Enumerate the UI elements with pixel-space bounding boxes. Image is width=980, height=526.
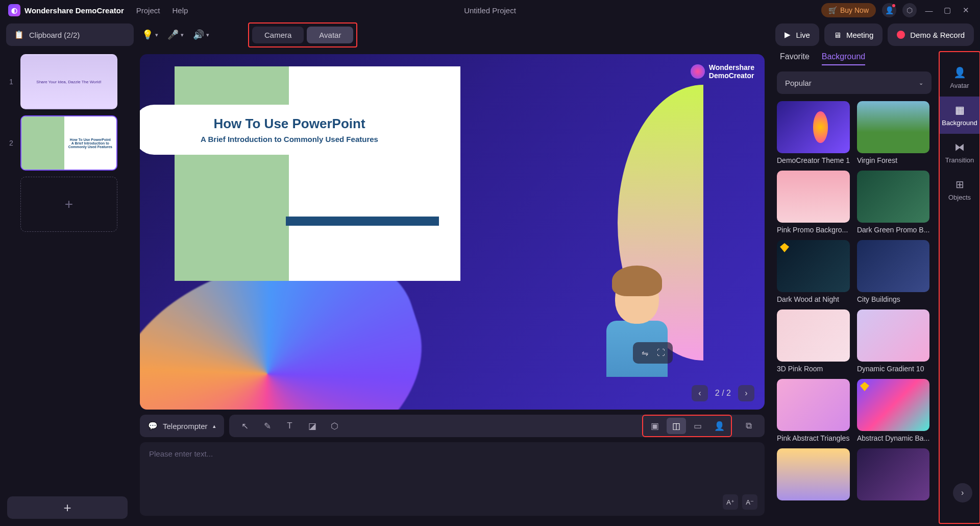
chevron-down-icon: ⌄ xyxy=(919,80,923,86)
text-tool[interactable]: T xyxy=(280,418,300,434)
minimize-button[interactable]: — xyxy=(923,4,935,16)
next-slide-button[interactable]: › xyxy=(738,385,754,401)
flip-icon[interactable]: ⇋ xyxy=(638,346,651,360)
shape-tool[interactable]: ⬡ xyxy=(325,418,345,434)
layout-overlay-button[interactable]: ◫ xyxy=(667,418,686,434)
popup-button[interactable]: ⧉ xyxy=(739,418,758,434)
mic-button[interactable]: 🎤▾ xyxy=(164,25,187,45)
bg-item[interactable]: Virgin Forest xyxy=(857,101,929,164)
account-icon[interactable]: 👤 xyxy=(882,3,896,17)
maximize-button[interactable]: ▢ xyxy=(941,4,953,16)
avatar-tab[interactable]: Avatar xyxy=(307,27,353,43)
sticker-tool[interactable]: ◪ xyxy=(303,418,322,434)
rail-objects[interactable]: ⊞Objects xyxy=(940,171,979,208)
objects-icon: ⊞ xyxy=(955,178,964,190)
slide-number: 2 xyxy=(7,139,15,147)
bg-item[interactable]: Abstract Dynamic Ba... xyxy=(857,379,929,442)
chat-icon: 💬 xyxy=(148,421,158,431)
teleprompter-placeholder: Please enter text... xyxy=(149,449,213,458)
add-slide-button[interactable]: + xyxy=(20,177,117,232)
slide-counter: 2 / 2 xyxy=(715,389,731,398)
canvas-watermark: WondershareDemoCreator xyxy=(691,63,754,80)
layout-avatar-button[interactable]: 👤 xyxy=(709,418,729,434)
thumb-title: How To Use PowerPoint xyxy=(70,138,111,141)
demo-record-button[interactable]: Demo & Record xyxy=(888,23,974,46)
expand-button[interactable]: › xyxy=(953,483,972,503)
avatar-tools: ⇋ ⛶ xyxy=(633,342,673,364)
bg-item[interactable] xyxy=(857,448,929,500)
camera-avatar-toggle: Camera Avatar xyxy=(248,22,357,47)
buy-now-button[interactable]: 🛒Buy Now xyxy=(821,3,876,17)
premium-icon xyxy=(860,382,869,391)
tab-favorite[interactable]: Favorite xyxy=(780,52,810,65)
pen-tool[interactable]: ✎ xyxy=(258,418,277,434)
premium-icon xyxy=(780,243,789,252)
titlebar: ◐ Wondershare DemoCreator Project Help U… xyxy=(0,0,980,20)
rail-avatar[interactable]: 👤Avatar xyxy=(940,59,979,97)
background-icon: ▦ xyxy=(955,104,965,116)
category-select[interactable]: Popular ⌄ xyxy=(777,71,932,94)
background-grid: DemoCreator Theme 1 Virgin Forest Pink P… xyxy=(777,101,932,500)
font-decrease-button[interactable]: A⁻ xyxy=(742,494,757,510)
right-panel: Favorite Background Popular ⌄ DemoCreato… xyxy=(770,49,980,526)
avatar-icon: 👤 xyxy=(953,66,966,79)
bg-item[interactable]: Dark Green Promo B... xyxy=(857,171,929,234)
bg-item[interactable]: Pink Abstract Triangles xyxy=(777,379,850,442)
clipboard-icon: 📋 xyxy=(14,30,24,39)
slide-thumbnail-2[interactable]: How To Use PowerPoint A Brief Introducti… xyxy=(20,115,117,171)
bg-item[interactable]: 3D Pink Room xyxy=(777,309,850,373)
transition-icon: ⧓ xyxy=(954,141,965,153)
bottom-tools: ↖ ✎ T ◪ ⬡ ▣ ◫ ▭ 👤 ⧉ xyxy=(229,415,765,437)
avatar-figure[interactable] xyxy=(606,273,668,385)
app-name: Wondershare DemoCreator xyxy=(24,6,124,15)
font-increase-button[interactable]: A⁺ xyxy=(723,494,738,510)
bg-item[interactable]: Dark Wood at Night xyxy=(777,240,850,303)
layout-group: ▣ ◫ ▭ 👤 xyxy=(642,415,732,437)
add-button[interactable]: + xyxy=(7,496,128,519)
clipboard-label: Clipboard (2/2) xyxy=(29,31,80,39)
meeting-icon: 🖥 xyxy=(834,31,841,39)
bg-item[interactable]: Pink Promo Backgro... xyxy=(777,171,850,234)
slide-title: How To Use PowerPoint xyxy=(141,116,438,132)
slide-number: 1 xyxy=(7,78,15,86)
bg-item[interactable]: City Buildings xyxy=(857,240,929,303)
camera-tab[interactable]: Camera xyxy=(252,27,304,43)
layout-pip-button[interactable]: ▣ xyxy=(645,418,665,434)
tab-background[interactable]: Background xyxy=(822,52,865,65)
chevron-up-icon: ▴ xyxy=(213,423,216,429)
watermark-icon xyxy=(691,64,705,79)
fullscreen-icon[interactable]: ⛶ xyxy=(654,346,668,360)
menu-help[interactable]: Help xyxy=(172,6,188,15)
center-area: How To Use PowerPoint A Brief Introducti… xyxy=(135,49,770,526)
rail-transition[interactable]: ⧓Transition xyxy=(940,134,979,171)
bg-item[interactable]: Dynamic Gradient 10 xyxy=(857,309,929,373)
slide-subtitle: A Brief Introduction to Commonly Used Fe… xyxy=(141,135,438,144)
speaker-button[interactable]: 🔊▾ xyxy=(190,25,212,45)
close-button[interactable]: ✕ xyxy=(960,4,972,16)
layout-full-button[interactable]: ▭ xyxy=(688,418,707,434)
slide-thumbnail-1[interactable]: Share Your Idea, Dazzle The World! xyxy=(20,54,117,109)
rail-background[interactable]: ▦Background xyxy=(940,97,979,134)
canvas[interactable]: How To Use PowerPoint A Brief Introducti… xyxy=(140,54,765,410)
thumb-sub: A Brief Introduction to Commonly Used Fe… xyxy=(66,141,114,149)
bg-item[interactable]: DemoCreator Theme 1 xyxy=(777,101,850,164)
right-rail: 👤Avatar ▦Background ⧓Transition ⊞Objects… xyxy=(939,51,980,524)
project-title: Untitled Project xyxy=(464,6,516,15)
effects-button[interactable]: 💡▾ xyxy=(139,25,161,45)
logo-icon: ◐ xyxy=(8,4,20,16)
bg-item[interactable] xyxy=(777,448,850,500)
cart-icon: 🛒 xyxy=(828,6,837,14)
thumb-text: Share Your Idea, Dazzle The World! xyxy=(36,80,101,84)
clipboard-button[interactable]: 📋 Clipboard (2/2) xyxy=(6,23,134,46)
teleprompter-input[interactable]: Please enter text... A⁺ A⁻ xyxy=(140,442,765,516)
live-icon: ▶ xyxy=(785,30,791,39)
slide-nav: ‹ 2 / 2 › xyxy=(692,385,754,401)
prev-slide-button[interactable]: ‹ xyxy=(692,385,708,401)
menu-project[interactable]: Project xyxy=(136,6,160,15)
meeting-button[interactable]: 🖥Meeting xyxy=(824,23,883,46)
teleprompter-toggle[interactable]: 💬 Teleprompter ▴ xyxy=(140,415,224,437)
pointer-tool[interactable]: ↖ xyxy=(235,418,255,434)
slide-content: How To Use PowerPoint A Brief Introducti… xyxy=(175,66,460,281)
cloud-icon[interactable]: ⬡ xyxy=(902,3,917,17)
live-button[interactable]: ▶Live xyxy=(775,23,819,46)
